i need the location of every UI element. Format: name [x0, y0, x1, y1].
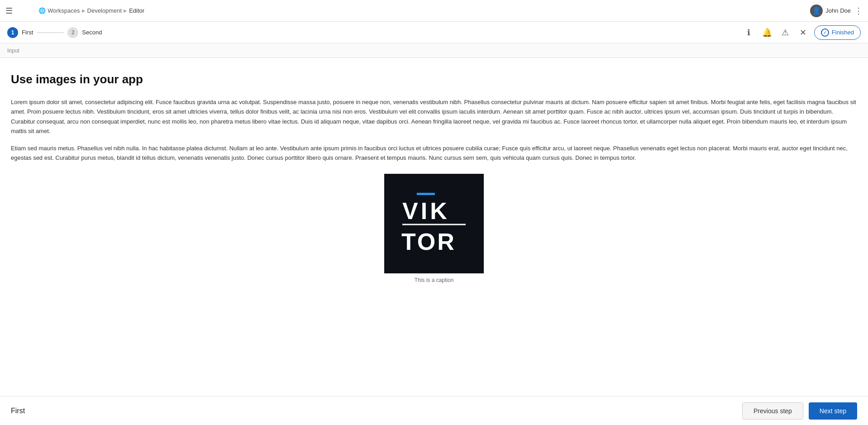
- finished-check-icon: ✓: [821, 29, 829, 37]
- paragraph-1: Lorem ipsum dolor sit amet, consectetur …: [11, 97, 857, 136]
- step-bar-actions: ℹ 🔔 ⚠ ✕ ✓ Finished: [742, 25, 861, 40]
- info-icon: ℹ: [747, 28, 750, 38]
- image-caption: This is a caption: [415, 277, 454, 283]
- breadcrumb-editor[interactable]: Editor: [129, 7, 144, 14]
- step-1-label: First: [22, 29, 33, 36]
- footer-actions: Previous step Next step: [742, 402, 857, 420]
- hamburger-menu-icon[interactable]: ☰: [5, 6, 13, 16]
- bell-button[interactable]: 🔔: [760, 25, 774, 40]
- paragraph-2: Etiam sed mauris metus. Phasellus vel ni…: [11, 143, 857, 163]
- breadcrumb-workspaces[interactable]: Workspaces: [48, 7, 80, 14]
- main-content: Use images in your app Lorem ipsum dolor…: [0, 58, 868, 396]
- viktor-logo-image: VIK TOR: [384, 174, 484, 273]
- step-2-circle: 2: [67, 27, 78, 38]
- step-bar: 1 First 2 Second ℹ 🔔 ⚠ ✕ ✓ Finished: [0, 22, 868, 43]
- footer-step-label: First: [11, 407, 25, 415]
- warning-icon: ⚠: [782, 28, 789, 38]
- close-icon: ✕: [800, 28, 806, 38]
- breadcrumb: 🌐 Workspaces ▶ Development ▶ Editor: [38, 7, 144, 14]
- next-step-button[interactable]: Next step: [809, 402, 857, 420]
- step-1-circle: 1: [7, 27, 18, 38]
- step-connector: [37, 32, 64, 33]
- footer: First Previous step Next step: [0, 396, 868, 425]
- close-button[interactable]: ✕: [796, 25, 811, 40]
- step-2-label: Second: [82, 29, 102, 36]
- step-1[interactable]: 1 First: [7, 27, 33, 38]
- breadcrumb-arrow-1: ▶: [82, 8, 86, 13]
- top-navigation: ☰ VIK TOR 🌐 Workspaces ▶ Development ▶ E…: [0, 0, 868, 22]
- more-options-icon[interactable]: ⋮: [854, 6, 863, 16]
- svg-text:VIK: VIK: [402, 198, 450, 224]
- image-block: VIK TOR This is a caption: [11, 174, 857, 283]
- previous-step-button[interactable]: Previous step: [742, 402, 803, 420]
- bell-icon: 🔔: [762, 28, 772, 38]
- finished-button[interactable]: ✓ Finished: [814, 25, 861, 40]
- user-name-label: John Doe: [825, 7, 851, 14]
- workspace-globe-icon: 🌐: [38, 7, 46, 14]
- input-bar: Input: [0, 43, 868, 58]
- svg-text:TOR: TOR: [401, 229, 456, 255]
- user-menu[interactable]: 👤 John Doe: [810, 5, 851, 17]
- viktor-logo-svg: VIK TOR: [393, 183, 475, 264]
- user-avatar-icon: 👤: [810, 5, 823, 17]
- logo: VIK TOR: [16, 4, 31, 18]
- nav-right-area: 👤 John Doe ⋮: [810, 5, 863, 17]
- info-button[interactable]: ℹ: [742, 25, 756, 40]
- breadcrumb-arrow-2: ▶: [124, 8, 127, 13]
- svg-rect-0: [417, 193, 435, 195]
- finished-label: Finished: [832, 29, 854, 36]
- breadcrumb-development[interactable]: Development: [87, 7, 122, 14]
- step-2[interactable]: 2 Second: [67, 27, 102, 38]
- input-bar-label: Input: [7, 48, 19, 54]
- logo-line2: TOR: [16, 11, 31, 18]
- warning-button[interactable]: ⚠: [778, 25, 792, 40]
- page-title: Use images in your app: [11, 72, 857, 86]
- logo-line1: VIK: [16, 4, 31, 11]
